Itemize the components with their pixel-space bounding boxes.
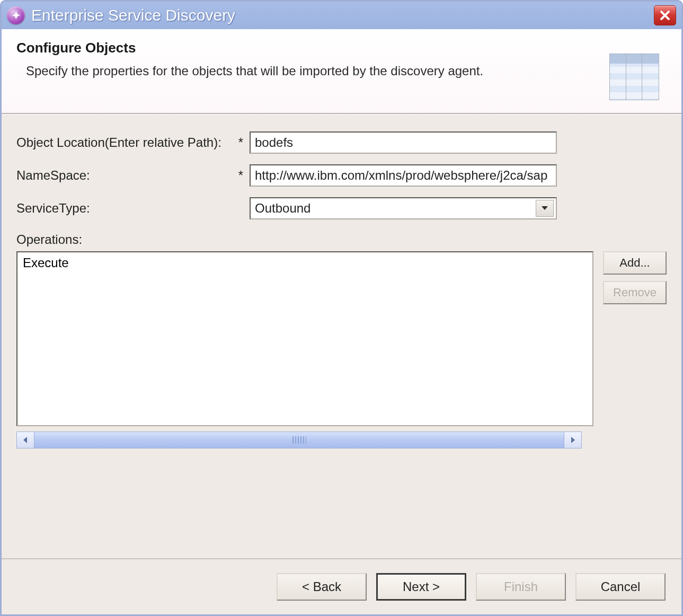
wizard-header: Configure Objects Specify the properties…: [2, 29, 681, 114]
operations-list[interactable]: Execute: [16, 251, 593, 426]
label-object-location: Object Location(Enter relative Path): *: [16, 135, 250, 150]
next-button[interactable]: Next >: [376, 573, 466, 601]
remove-button: Remove: [603, 281, 667, 304]
chevron-right-icon: [570, 436, 576, 444]
window-title: Enterprise Service Discovery: [31, 6, 654, 24]
finish-button: Finish: [476, 573, 566, 601]
object-location-input[interactable]: [250, 131, 557, 154]
horizontal-scrollbar[interactable]: [16, 432, 582, 448]
label-namespace-text: NameSpace:: [16, 168, 90, 183]
service-type-value: Outbound: [255, 201, 311, 216]
operations-buttons: Add... Remove: [603, 251, 667, 304]
table-icon: [609, 54, 659, 100]
required-mark: *: [238, 135, 250, 150]
titlebar: ✦ Enterprise Service Discovery: [2, 2, 681, 29]
label-service-type: ServiceType:: [16, 201, 250, 216]
label-object-location-text: Object Location(Enter relative Path):: [16, 135, 221, 150]
form-pane: Object Location(Enter relative Path): * …: [2, 114, 681, 558]
chevron-left-icon: [22, 436, 29, 444]
scroll-grip-icon: [292, 436, 306, 444]
page-title: Configure Objects: [16, 40, 609, 56]
back-button[interactable]: < Back: [277, 573, 367, 601]
label-operations: Operations:: [16, 232, 667, 247]
close-icon: [659, 10, 671, 21]
page-description: Specify the properties for the objects t…: [26, 64, 609, 78]
operations-area: Execute Add... Remove: [16, 251, 667, 426]
scroll-left-button[interactable]: [16, 432, 34, 448]
spacer: [243, 201, 250, 216]
label-namespace: NameSpace: *: [16, 168, 250, 183]
service-type-combobox[interactable]: Outbound: [250, 197, 557, 219]
add-button[interactable]: Add...: [603, 251, 667, 275]
scroll-right-button[interactable]: [564, 432, 582, 448]
required-mark: *: [238, 168, 250, 183]
row-object-location: Object Location(Enter relative Path): *: [16, 131, 667, 154]
wizard-header-texts: Configure Objects Specify the properties…: [16, 40, 609, 78]
row-service-type: ServiceType: Outbound: [16, 197, 667, 219]
wizard-window: ✦ Enterprise Service Discovery Configure…: [0, 0, 683, 616]
cancel-button[interactable]: Cancel: [575, 573, 666, 601]
close-button[interactable]: [654, 5, 676, 25]
namespace-input[interactable]: [250, 164, 557, 187]
list-item[interactable]: Execute: [23, 256, 587, 270]
combo-arrow-button[interactable]: [536, 200, 554, 217]
label-service-type-text: ServiceType:: [16, 201, 90, 216]
app-icon: ✦: [7, 6, 25, 24]
wizard-footer: < Back Next > Finish Cancel: [2, 558, 681, 614]
chevron-down-icon: [541, 206, 548, 211]
row-namespace: NameSpace: *: [16, 164, 667, 187]
scroll-track[interactable]: [34, 432, 564, 448]
